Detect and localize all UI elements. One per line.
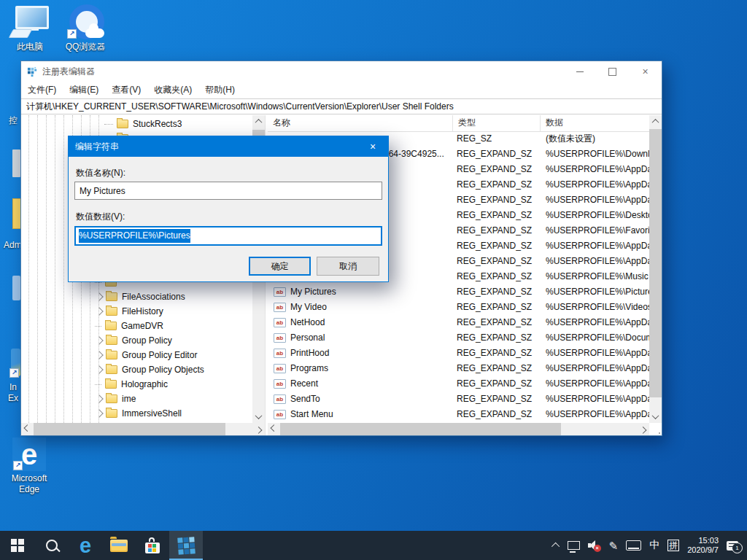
scroll-down-button[interactable] [252,411,265,423]
value-name: Programs [290,361,328,376]
tray-clock[interactable]: 15:03 2020/9/7 [687,536,719,555]
tray-network-button[interactable] [568,541,580,550]
desktop-icon-microsoft-edge[interactable]: e ↗ Microsoft Edge [4,438,55,495]
registry-value-row[interactable]: abPrintHoodREG_EXPAND_SZ%USERPROFILE%\Ap… [268,346,649,361]
expand-chevron-icon[interactable] [95,292,103,300]
value-name-cell: abPrintHood [268,346,453,361]
dialog-titlebar[interactable]: 编辑字符串 [69,136,388,157]
tray-volume-button[interactable]: × [588,540,601,551]
scrollbar-thumb[interactable] [280,423,561,435]
registry-value-row[interactable]: abProgramsREG_EXPAND_SZ%USERPROFILE%\App… [268,361,649,376]
value-type: REG_EXPAND_SZ [453,162,541,177]
notification-center-button[interactable]: 1 [727,541,738,551]
window-titlebar[interactable]: 注册表编辑器 × [21,61,662,82]
tray-show-hidden-icons-button[interactable] [554,542,560,548]
desktop-icon-this-pc[interactable]: 此电脑 [4,6,55,52]
taskbar-registry-editor-button[interactable] [169,531,203,560]
registry-value-row[interactable]: abNetHoodREG_EXPAND_SZ%USERPROFILE%\AppD… [268,315,649,330]
expand-chevron-icon[interactable] [95,336,103,344]
scroll-left-button[interactable] [21,423,34,435]
tray-ime-language-button[interactable]: 中 [649,539,659,552]
menu-file[interactable]: 文件(F) [21,82,63,98]
tray-touch-keyboard-button[interactable] [626,540,641,551]
system-tray: × ✎ 中 拼 15:03 2020/9/7 1 [554,531,743,560]
tree-item[interactable]: StuckRects3 [21,117,252,131]
taskbar-search-button[interactable] [35,531,69,560]
registry-value-row[interactable]: abRecentREG_EXPAND_SZ%USERPROFILE%\AppDa [268,376,649,392]
value-data-input[interactable]: %USERPROFILE%\Pictures [74,226,382,246]
tree-item[interactable]: FileHistory [21,304,252,319]
address-bar[interactable]: 计算机\HKEY_CURRENT_USER\SOFTWARE\Microsoft… [21,98,662,114]
cancel-button[interactable]: 取消 [317,257,379,276]
tree-item[interactable]: ime [21,392,252,406]
tree-item[interactable]: GameDVR [21,319,252,333]
expand-chevron-icon[interactable] [95,409,103,417]
network-icon [568,541,580,550]
expand-chevron-icon[interactable] [95,351,103,359]
taskbar-file-explorer-button[interactable] [102,531,136,560]
registry-value-row[interactable]: abMy VideoREG_EXPAND_SZ%USERPROFILE%\Vid… [268,300,649,315]
minimize-button[interactable] [563,61,596,82]
dialog-close-button[interactable]: × [357,136,388,157]
window-title: 注册表编辑器 [42,66,95,78]
tree-item[interactable]: Group Policy [21,333,252,348]
taskbar-store-button[interactable] [136,531,169,560]
scrollbar-thumb[interactable] [34,423,225,435]
tree-item[interactable]: Group Policy Objects [21,362,252,377]
tree-item-label: ImmersiveShell [122,408,182,419]
scroll-up-button[interactable] [649,115,662,128]
scroll-right-button[interactable] [637,423,649,435]
expand-chevron-icon[interactable] [95,365,103,373]
resize-grip[interactable] [659,432,660,434]
value-name-input[interactable] [74,182,382,200]
column-header-name[interactable]: 名称 [268,115,453,131]
list-vertical-scrollbar[interactable] [649,115,662,423]
volume-muted-icon: × [588,540,601,551]
value-type: REG_EXPAND_SZ [453,300,541,315]
desktop-icon-qq-browser[interactable]: ↗ QQ浏览器 [60,4,111,52]
tray-pen-button[interactable]: ✎ [609,540,619,551]
registry-value-row[interactable]: abMy PicturesREG_EXPAND_SZ%USERPROFILE%\… [268,284,649,300]
registry-value-row[interactable]: abPersonalREG_EXPAND_SZ%USERPROFILE%\Doc… [268,330,649,346]
value-data: %USERPROFILE%\AppDa [541,376,649,392]
file-explorer-icon [110,540,128,552]
maximize-button[interactable] [596,61,629,82]
registry-value-row[interactable]: abSendToREG_EXPAND_SZ%USERPROFILE%\AppDa [268,392,649,407]
folder-icon [106,365,117,374]
column-header-type[interactable]: 类型 [453,115,541,131]
value-name: Start Menu [290,407,333,422]
taskbar-edge-button[interactable]: e [69,531,102,560]
value-type: REG_EXPAND_SZ [453,269,541,284]
value-name: My Video [290,300,327,315]
scroll-right-button[interactable] [252,423,265,435]
tree-item[interactable]: FileAssociations [21,289,252,304]
tree-item[interactable]: Group Policy Editor [21,348,252,362]
value-data: %USERPROFILE%\Music [541,269,649,284]
menu-edit[interactable]: 编辑(E) [63,82,105,98]
value-name-cell: abMy Video [268,300,453,315]
tray-ime-mode-button[interactable]: 拼 [667,540,679,551]
menu-view[interactable]: 查看(V) [105,82,147,98]
menu-favorites[interactable]: 收藏夹(A) [147,82,198,98]
scroll-up-button[interactable] [252,115,265,128]
scroll-left-button[interactable] [268,423,280,435]
value-type: REG_EXPAND_SZ [453,192,541,208]
value-name: My Pictures [290,284,336,300]
start-button[interactable] [0,531,35,560]
list-horizontal-scrollbar[interactable] [268,423,649,435]
tree-item[interactable]: ImmersiveShell [21,406,252,421]
scrollbar-thumb[interactable] [649,129,662,397]
registry-value-row[interactable]: abStart MenuREG_EXPAND_SZ%USERPROFILE%\A… [268,407,649,422]
tree-connector [95,384,101,385]
column-header-data[interactable]: 数据 [541,115,649,131]
expand-chevron-icon[interactable] [95,394,103,402]
tree-horizontal-scrollbar[interactable] [21,423,265,435]
tree-item[interactable]: Holographic [21,377,252,392]
scroll-down-button[interactable] [649,411,662,423]
ok-button[interactable]: 确定 [249,257,311,276]
string-value-icon: ab [274,364,286,373]
expand-chevron-icon[interactable] [95,307,103,315]
menu-help[interactable]: 帮助(H) [198,82,241,98]
windows-logo-icon [11,539,24,552]
close-button[interactable]: × [629,61,662,82]
